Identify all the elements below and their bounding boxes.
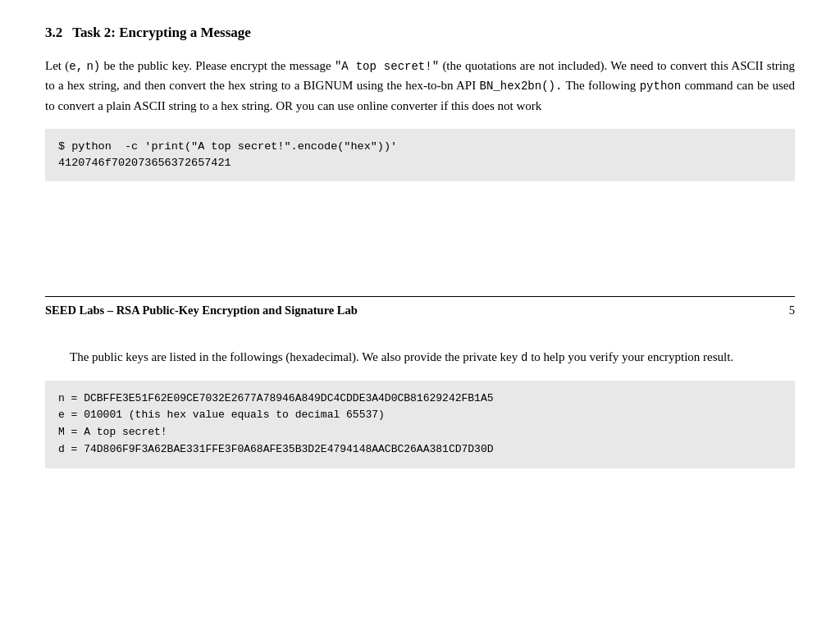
section-heading: 3.2 Task 2: Encrypting a Message — [45, 25, 795, 41]
code-line-2: 4120746f702073656372657421 — [58, 157, 231, 169]
code-line-1: $ python -c 'print("A top secret!".encod… — [58, 140, 397, 153]
lower-section: The public keys are listed in the follow… — [45, 331, 795, 468]
footer-page: 5 — [789, 304, 795, 317]
inline-e: e, — [69, 60, 83, 73]
intro-text-1: Let (e, n) be the public key. Please enc… — [45, 59, 795, 112]
intro-paragraph: Let (e, n) be the public key. Please enc… — [45, 56, 795, 116]
inline-d: d — [521, 351, 527, 364]
code-block-2: n = DCBFFE3E51F62E09CE7032E2677A78946A84… — [45, 381, 795, 468]
code2-line-4: d = 74D806F9F3A62BAE331FFE3F0A68AFE35B3D… — [58, 443, 494, 455]
code2-line-1: n = DCBFFE3E51F62E09CE7032E2677A78946A84… — [58, 392, 494, 404]
inline-message: "A top secret!" — [335, 60, 439, 73]
lower-paragraph: The public keys are listed in the follow… — [45, 347, 795, 367]
spacer — [45, 198, 795, 296]
section-title: Task 2: Encrypting a Message — [72, 25, 251, 41]
inline-n: n) — [86, 60, 100, 73]
code2-line-2: e = 010001 (this hex value equals to dec… — [58, 409, 385, 421]
page-content: 3.2 Task 2: Encrypting a Message Let (e,… — [0, 0, 840, 509]
lower-text-1: The public keys are listed in the follow… — [70, 350, 733, 363]
inline-api: BN_hex2bn(). — [480, 80, 563, 93]
footer-bar: SEED Labs – RSA Public-Key Encryption an… — [45, 297, 795, 331]
code-block-1: $ python -c 'print("A top secret!".encod… — [45, 129, 795, 182]
code2-line-3: M = A top secret! — [58, 426, 167, 438]
section-number: 3.2 — [45, 25, 62, 41]
inline-python: python — [640, 80, 681, 93]
footer-title: SEED Labs – RSA Public-Key Encryption an… — [45, 304, 358, 317]
